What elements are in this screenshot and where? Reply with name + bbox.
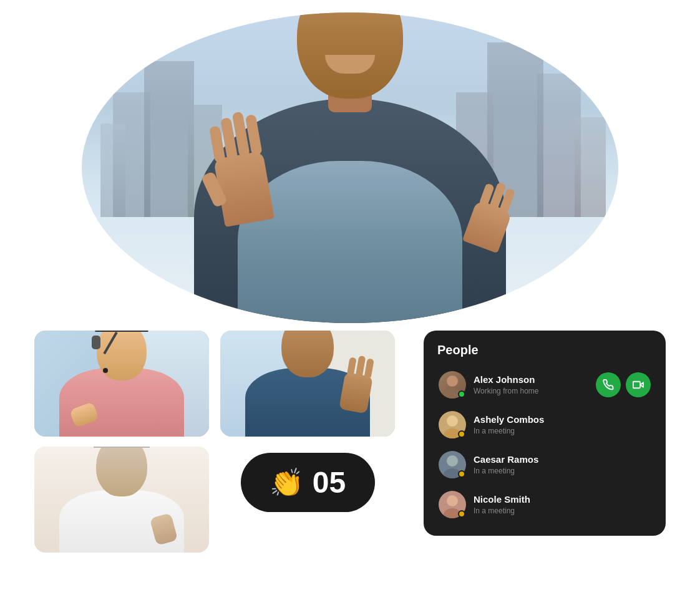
call-button-alex[interactable] <box>596 372 621 397</box>
main-video-container <box>82 12 618 323</box>
people-panel-title: People <box>435 343 654 357</box>
person-item-alex[interactable]: Alex Johnson Working from home <box>435 366 654 404</box>
person-info-nicole: Nicole Smith In a meeting <box>474 494 651 515</box>
emoji-count: 05 <box>313 468 346 498</box>
avatar-ashely <box>439 411 466 438</box>
left-thumbnails <box>34 331 209 553</box>
person-info-caesar: Caesar Ramos In a meeting <box>474 454 651 475</box>
svg-point-11 <box>447 495 458 506</box>
person-item-ashely[interactable]: Ashely Combos In a meeting <box>435 406 654 443</box>
status-dot-caesar <box>458 470 465 478</box>
svg-point-0 <box>447 375 458 387</box>
person-name-caesar: Caesar Ramos <box>474 454 651 465</box>
person-info-alex: Alex Johnson Working from home <box>474 374 588 395</box>
person-name-alex: Alex Johnson <box>474 374 588 385</box>
person-status-caesar: In a meeting <box>474 467 651 475</box>
person-name-nicole: Nicole Smith <box>474 494 651 505</box>
person-status-nicole: In a meeting <box>474 506 651 515</box>
video-icon <box>633 379 644 390</box>
people-panel: People Alex Johnson Working from home <box>424 331 666 536</box>
status-dot-alex <box>458 390 465 398</box>
thumbnail-woman-headset[interactable] <box>34 331 209 437</box>
thumbnail-man-waving[interactable] <box>220 331 395 437</box>
svg-point-8 <box>447 455 458 467</box>
person-item-caesar[interactable]: Caesar Ramos In a meeting <box>435 446 654 483</box>
main-video-oval <box>82 12 618 323</box>
person-status-alex: Working from home <box>474 387 588 395</box>
person-actions-alex <box>596 372 651 397</box>
status-dot-ashely <box>458 430 465 438</box>
emoji-counter: 👏 05 <box>241 453 375 512</box>
person-info-ashely: Ashely Combos In a meeting <box>474 414 651 435</box>
middle-column: 👏 05 <box>220 331 395 512</box>
avatar-alex <box>439 371 466 399</box>
person-item-nicole[interactable]: Nicole Smith In a meeting <box>435 486 654 523</box>
clap-emoji: 👏 <box>270 469 304 496</box>
phone-icon <box>603 379 614 390</box>
avatar-caesar <box>439 451 466 478</box>
thumbnail-older-woman[interactable] <box>34 447 209 553</box>
person-name-ashely: Ashely Combos <box>474 414 651 425</box>
svg-point-5 <box>447 415 458 427</box>
status-dot-nicole <box>458 510 465 518</box>
video-button-alex[interactable] <box>626 372 651 397</box>
avatar-nicole <box>439 491 466 518</box>
svg-rect-3 <box>633 382 640 389</box>
person-status-ashely: In a meeting <box>474 427 651 435</box>
bottom-row: 👏 05 People Alex Johnson Working from ho… <box>34 331 666 553</box>
